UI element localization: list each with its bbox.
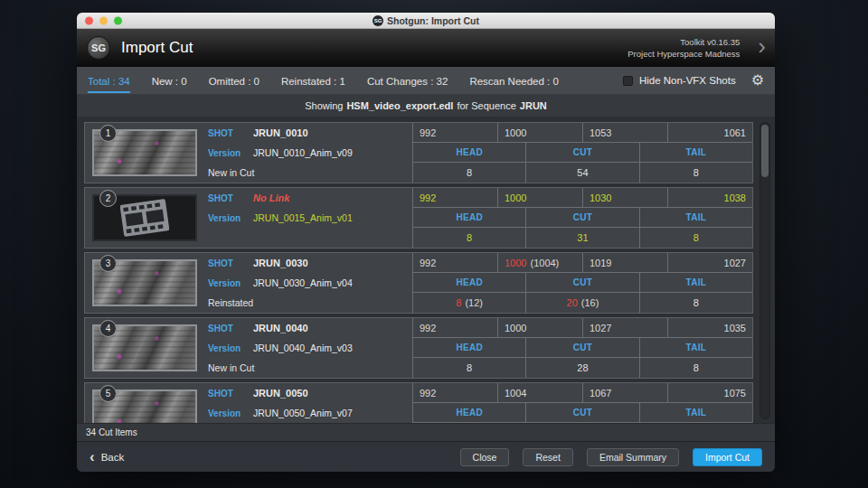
cut-item-row[interactable]: 2: [84, 187, 753, 249]
version-value: JRUN_0040_Anim_v03: [253, 343, 353, 353]
import-cut-window: SG Shotgun: Import Cut SG Import Cut Too…: [77, 13, 775, 472]
duration-header: CUT: [525, 338, 638, 358]
bottom-bar: ‹ Back Close Reset Email Summary Import …: [77, 441, 775, 472]
tab-rescan[interactable]: Rescan Needed : 0: [469, 69, 558, 93]
cut-rows: 1: [84, 122, 753, 423]
shot-info: SHOT JRUN_0050 Version JRUN_0050_Anim_v0…: [204, 383, 412, 423]
duration-header: TAIL: [639, 273, 752, 293]
version-value: JRUN_0050_Anim_v07: [253, 408, 353, 418]
frame-cell: 1075: [667, 383, 752, 403]
duration-headers-row: HEAD CUT TAIL: [412, 338, 752, 358]
gear-icon[interactable]: ⚙: [751, 73, 764, 88]
app-header: SG Import Cut Toolkit v0.16.35 Project H…: [77, 29, 775, 67]
filter-tabs: Total : 34New : 0Omitted : 0Reinstated :…: [88, 67, 559, 94]
duration-cell: 54: [525, 163, 638, 183]
hide-nonvfx-checkbox[interactable]: [623, 76, 633, 86]
thumbnail-wrap: 1: [85, 123, 204, 183]
tab-new[interactable]: New : 0: [152, 69, 187, 93]
row-status: New in Cut: [208, 358, 412, 378]
filter-right: Hide Non-VFX Shots ⚙: [623, 73, 764, 88]
shot-label: SHOT: [208, 389, 253, 399]
cut-frames-table: 992 1000 1027 1035 HEAD CUT TAIL 8 28 8: [412, 318, 752, 378]
chevron-right-icon[interactable]: ›: [758, 37, 768, 60]
duration-header: HEAD: [412, 338, 525, 358]
row-number-badge: 1: [99, 125, 117, 142]
minimize-window-button[interactable]: [99, 16, 108, 24]
row-number-badge: 2: [99, 190, 117, 207]
shotgun-logo: SG: [87, 36, 110, 60]
duration-values-row: 8 31 8: [412, 228, 752, 248]
back-button[interactable]: ‹ Back: [90, 449, 124, 465]
version-label: Version: [208, 408, 253, 418]
back-label: Back: [101, 452, 125, 463]
tab-total[interactable]: Total : 34: [88, 69, 130, 93]
version-label: Version: [208, 343, 253, 353]
duration-header: CUT: [525, 143, 638, 163]
cut-item-row[interactable]: 5: [84, 382, 753, 423]
vertical-scrollbar[interactable]: [760, 122, 770, 419]
mac-titlebar: SG Shotgun: Import Cut: [77, 13, 775, 29]
duration-cell: 28: [525, 358, 638, 378]
frame-cell: 1000(1004): [497, 253, 582, 273]
shot-info: SHOT JRUN_0030 Version JRUN_0030_Anim_v0…: [204, 253, 412, 313]
duration-header: HEAD: [412, 403, 525, 423]
edl-filename: HSM_video_export.edl: [346, 100, 453, 111]
scrollbar-thumb[interactable]: [761, 125, 769, 177]
frame-cell: 1067: [582, 383, 667, 403]
tab-reinstated[interactable]: Reinstated : 1: [281, 69, 345, 93]
shot-value: No Link: [253, 192, 289, 203]
project-name: Project Hyperspace Madness: [627, 48, 740, 60]
thumbnail-wrap: 5: [85, 383, 204, 423]
tab-cut[interactable]: Cut Changes : 32: [367, 69, 448, 93]
shot-label: SHOT: [208, 324, 253, 333]
cut-frames-table: 992 1000(1004) 1019 1027 HEAD CUT TAIL 8…: [412, 253, 752, 313]
row-status: Reinstated: [208, 293, 412, 313]
close-window-button[interactable]: [85, 16, 93, 24]
duration-cell: 20(16): [525, 293, 638, 313]
frame-cell: 1035: [667, 318, 752, 338]
close-button[interactable]: Close: [460, 448, 510, 466]
frame-cell: 1061: [667, 123, 752, 143]
cut-item-row[interactable]: 3: [84, 252, 753, 314]
filmstrip-icon: [120, 198, 169, 238]
duration-header: HEAD: [412, 143, 525, 163]
version-label: Version: [208, 278, 253, 288]
duration-headers-row: HEAD CUT TAIL: [412, 403, 752, 423]
showing-middle: for Sequence: [457, 100, 515, 111]
cut-frames-table: 992 1004 1067 1075 HEAD CUT TAIL: [412, 383, 752, 423]
import-cut-button[interactable]: Import Cut: [693, 448, 762, 466]
cut-frames-table: 992 1000 1053 1061 HEAD CUT TAIL 8 54 8: [412, 123, 752, 183]
chevron-left-icon: ‹: [90, 449, 95, 465]
version-value: JRUN_0010_Anim_v09: [253, 147, 353, 158]
header-meta: Toolkit v0.16.35 Project Hyperspace Madn…: [627, 36, 749, 61]
shotgun-app-icon: SG: [373, 15, 383, 26]
status-bar: 34 Cut Items: [77, 423, 775, 441]
row-status: New in Cut: [208, 163, 412, 183]
row-status: [208, 228, 412, 248]
reset-button[interactable]: Reset: [523, 448, 572, 466]
toolkit-version: Toolkit v0.16.35: [627, 36, 740, 48]
frame-cell: 1027: [582, 318, 667, 338]
frame-values-row: 992 1000 1053 1061: [412, 123, 752, 143]
version-label: Version: [208, 213, 253, 223]
cut-item-row[interactable]: 1: [84, 122, 753, 183]
duration-header: HEAD: [412, 273, 525, 293]
duration-cell: 8(12): [412, 293, 525, 313]
duration-cell: 8: [639, 358, 752, 378]
duration-cell: 8: [412, 228, 525, 248]
duration-cell: 8: [639, 293, 752, 313]
frame-cell: 1000: [497, 188, 582, 208]
email-summary-button[interactable]: Email Summary: [587, 448, 679, 466]
duration-values-row: 8 28 8: [412, 358, 752, 378]
shot-label: SHOT: [208, 258, 253, 268]
shot-value: JRUN_0010: [253, 127, 308, 138]
cut-item-row[interactable]: 4: [84, 317, 753, 379]
tab-omitted[interactable]: Omitted : 0: [209, 69, 259, 93]
frame-cell: 1053: [582, 123, 667, 143]
duration-values-row: 8 54 8: [412, 163, 752, 183]
zoom-window-button[interactable]: [114, 16, 122, 24]
frame-values-row: 992 1000(1004) 1019 1027: [412, 253, 752, 273]
showing-bar: Showing HSM_video_export.edl for Sequenc…: [77, 95, 775, 117]
duration-headers-row: HEAD CUT TAIL: [412, 208, 752, 228]
cut-items-count: 34 Cut Items: [86, 427, 137, 437]
